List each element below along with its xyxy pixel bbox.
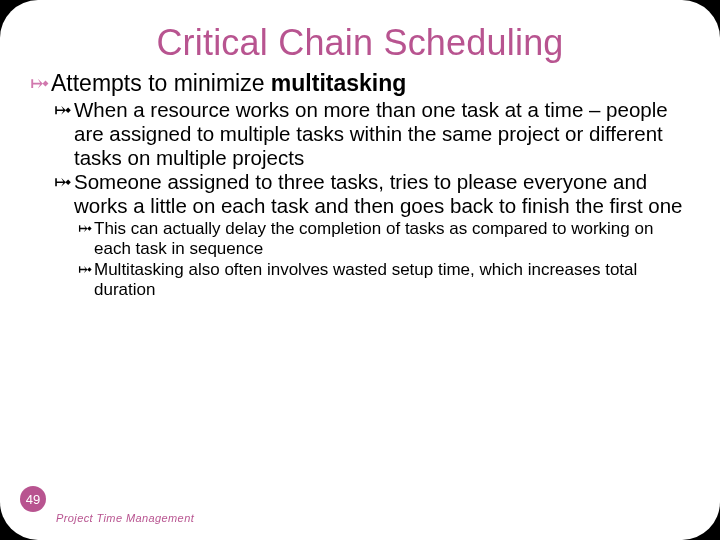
text-plain: Attempts to minimize: [51, 70, 271, 96]
text-bold: multitasking: [271, 70, 406, 96]
bullet-icon: ⤠: [78, 260, 92, 280]
bullet-level2: ⤠ When a resource works on more than one…: [54, 98, 692, 169]
slide-title: Critical Chain Scheduling: [28, 22, 692, 64]
bullet-icon: ⤠: [54, 98, 72, 122]
bullet-level3: ⤠ Multitasking also often involves waste…: [78, 260, 692, 300]
slide: Critical Chain Scheduling ⤠ Attempts to …: [0, 0, 720, 540]
bullet-level3-text: Multitasking also often involves wasted …: [94, 260, 692, 300]
bullet-level3-text: This can actually delay the completion o…: [94, 219, 692, 259]
bullet-level2-text: When a resource works on more than one t…: [74, 98, 692, 169]
bullet-icon: ⤠: [30, 70, 49, 97]
page-number-badge: 49: [20, 486, 46, 512]
bullet-icon: ⤠: [78, 219, 92, 239]
footer-label: Project Time Management: [56, 512, 194, 524]
bullet-icon: ⤠: [54, 170, 72, 194]
bullet-level3: ⤠ This can actually delay the completion…: [78, 219, 692, 259]
bullet-level1: ⤠ Attempts to minimize multitasking: [30, 70, 692, 97]
bullet-level1-text: Attempts to minimize multitasking: [51, 70, 692, 97]
bullet-level2: ⤠ Someone assigned to three tasks, tries…: [54, 170, 692, 218]
bullet-level2-text: Someone assigned to three tasks, tries t…: [74, 170, 692, 218]
